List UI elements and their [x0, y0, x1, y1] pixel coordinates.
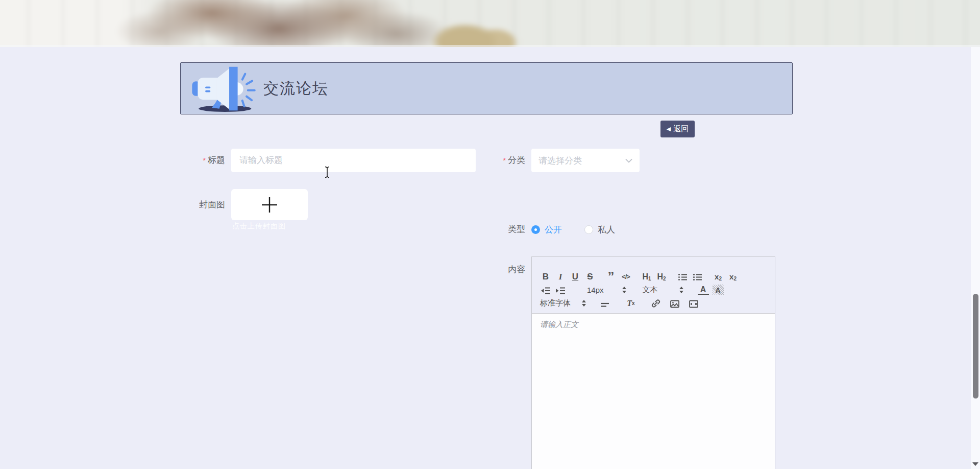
font-family-stepper-icon[interactable]	[582, 300, 586, 307]
cover-field-label: 封面图	[168, 189, 225, 220]
underline-button[interactable]: U	[570, 271, 581, 282]
page-title: 交流论坛	[263, 63, 329, 114]
text-color-button[interactable]: A	[698, 285, 709, 295]
title-field-label: *标题	[168, 149, 225, 172]
code-button[interactable]: </>	[620, 271, 631, 282]
strikethrough-button[interactable]: S	[584, 271, 596, 282]
ordered-list-icon[interactable]	[677, 271, 688, 282]
radio-private[interactable]: 私人	[584, 224, 615, 236]
page: 交流论坛 ◀ 返回 *标题 *分类 请选择分类 封面图	[0, 0, 980, 469]
header2-button[interactable]: H2	[656, 271, 667, 282]
italic-button[interactable]: I	[555, 271, 566, 282]
scrollbar-thumb[interactable]	[973, 294, 978, 398]
scrollbar-track[interactable]	[971, 47, 980, 469]
indent-icon[interactable]	[555, 285, 566, 295]
font-family-select[interactable]: 标准字体	[540, 298, 571, 308]
category-select[interactable]: 请选择分类	[531, 149, 640, 172]
banner-photo-blur	[0, 0, 980, 47]
title-input[interactable]	[231, 149, 476, 172]
text-style-select[interactable]: 文本	[643, 285, 658, 295]
rich-text-editor: B I U S ” </> H1 H2	[531, 256, 775, 469]
align-icon[interactable]	[599, 298, 610, 308]
blockquote-button[interactable]: ”	[605, 271, 617, 282]
required-asterisk: *	[503, 156, 506, 165]
chevron-down-icon	[625, 158, 632, 163]
outdent-icon[interactable]	[540, 285, 551, 295]
text-cursor-ibeam	[323, 166, 331, 178]
back-arrow-icon: ◀	[667, 126, 671, 132]
cover-upload-button[interactable]	[231, 189, 308, 220]
background-color-button[interactable]: A	[713, 285, 724, 295]
clear-format-button[interactable]: Tx	[625, 298, 636, 308]
content-field-label: 内容	[470, 263, 525, 277]
text-style-stepper-icon[interactable]	[679, 287, 683, 293]
toolbar-row-3: 标准字体 Tx	[540, 298, 775, 308]
banner-image	[0, 0, 980, 47]
required-asterisk: *	[203, 156, 206, 165]
toolbar-row-1: B I U S ” </> H1 H2	[540, 271, 775, 282]
header1-button[interactable]: H1	[641, 271, 652, 282]
bullet-list-icon[interactable]	[692, 271, 703, 282]
scrollbar-down-arrow-icon[interactable]	[972, 462, 978, 466]
cover-upload-hint: 点击上传封面图	[232, 222, 286, 231]
banner-fade	[0, 45, 980, 47]
video-icon[interactable]	[688, 298, 699, 308]
editor-toolbar: B I U S ” </> H1 H2	[532, 257, 775, 314]
link-icon[interactable]	[650, 298, 662, 308]
image-icon[interactable]	[669, 298, 680, 308]
superscript-button[interactable]: x2	[727, 271, 739, 282]
back-button[interactable]: ◀ 返回	[660, 121, 695, 137]
back-button-label: 返回	[673, 124, 689, 134]
font-size-stepper-icon[interactable]	[622, 287, 626, 293]
type-radio-group: 公开 私人	[531, 222, 615, 237]
radio-selected-icon	[531, 225, 540, 234]
category-select-placeholder: 请选择分类	[538, 155, 625, 167]
bold-button[interactable]: B	[540, 271, 551, 282]
category-field-label: *分类	[470, 149, 525, 172]
font-size-select[interactable]: 14px	[587, 286, 604, 294]
radio-public[interactable]: 公开	[531, 224, 562, 236]
radio-public-label: 公开	[545, 224, 562, 236]
megaphone-icon	[187, 65, 260, 112]
editor-content-area[interactable]: 请输入正文	[532, 314, 775, 469]
editor-placeholder: 请输入正文	[540, 320, 578, 330]
plus-icon	[261, 196, 278, 214]
radio-private-label: 私人	[598, 224, 615, 236]
subscript-button[interactable]: x2	[713, 271, 724, 282]
radio-unselected-icon	[584, 225, 593, 234]
type-field-label: 类型	[470, 222, 525, 237]
forum-header-panel: 交流论坛	[180, 62, 793, 114]
toolbar-row-2: 14px 文本 A A	[540, 285, 775, 295]
